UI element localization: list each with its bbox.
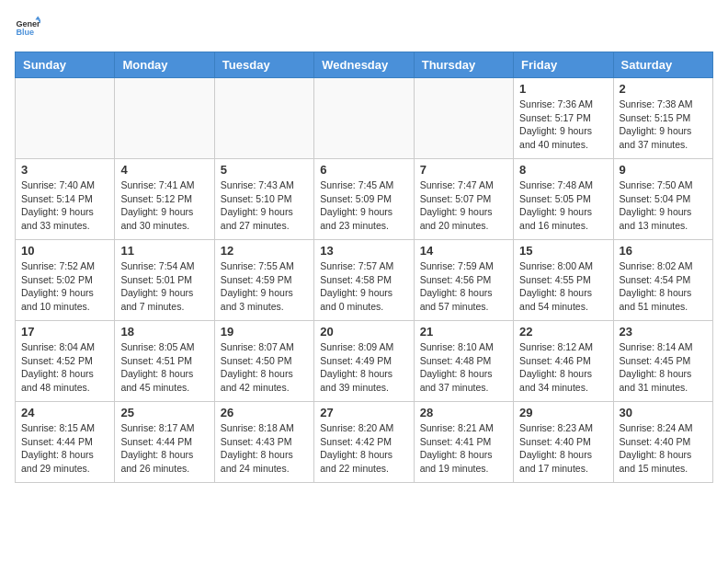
weekday-header-cell: Tuesday: [214, 52, 313, 78]
day-info: Sunrise: 7:54 AM Sunset: 5:01 PM Dayligh…: [120, 259, 208, 314]
day-info: Sunrise: 8:04 AM Sunset: 4:52 PM Dayligh…: [21, 340, 108, 395]
day-number: 26: [221, 406, 308, 419]
calendar-cell: 19Sunrise: 8:07 AM Sunset: 4:50 PM Dayli…: [214, 321, 313, 402]
page-header: General Blue: [15, 15, 713, 40]
calendar-week-row: 10Sunrise: 7:52 AM Sunset: 5:02 PM Dayli…: [16, 240, 713, 321]
svg-text:Blue: Blue: [16, 28, 34, 37]
day-number: 4: [120, 163, 208, 177]
calendar-cell: 30Sunrise: 8:24 AM Sunset: 4:40 PM Dayli…: [613, 402, 712, 483]
day-number: 18: [120, 325, 208, 339]
calendar-cell: 18Sunrise: 8:05 AM Sunset: 4:51 PM Dayli…: [115, 321, 214, 402]
svg-text:General: General: [16, 19, 40, 29]
day-number: 28: [420, 406, 507, 419]
day-number: 11: [120, 244, 208, 258]
calendar-cell: 14Sunrise: 7:59 AM Sunset: 4:56 PM Dayli…: [414, 240, 513, 321]
day-info: Sunrise: 8:05 AM Sunset: 4:51 PM Dayligh…: [120, 340, 208, 395]
calendar-cell: 15Sunrise: 8:00 AM Sunset: 4:55 PM Dayli…: [514, 240, 613, 321]
weekday-header-cell: Sunday: [16, 52, 115, 78]
day-info: Sunrise: 7:38 AM Sunset: 5:15 PM Dayligh…: [620, 98, 707, 152]
day-info: Sunrise: 8:20 AM Sunset: 4:42 PM Dayligh…: [320, 421, 407, 476]
calendar-cell: [16, 78, 115, 159]
day-number: 20: [320, 325, 407, 339]
calendar-cell: 20Sunrise: 8:09 AM Sunset: 4:49 PM Dayli…: [314, 321, 414, 402]
calendar-cell: 2Sunrise: 7:38 AM Sunset: 5:15 PM Daylig…: [613, 78, 712, 159]
weekday-header-cell: Wednesday: [314, 52, 414, 78]
weekday-header-cell: Monday: [115, 52, 214, 78]
day-info: Sunrise: 7:52 AM Sunset: 5:02 PM Dayligh…: [21, 259, 108, 314]
day-number: 5: [221, 163, 308, 177]
calendar-cell: [115, 78, 214, 159]
day-info: Sunrise: 7:40 AM Sunset: 5:14 PM Dayligh…: [21, 178, 108, 233]
logo: General Blue: [15, 15, 40, 40]
day-info: Sunrise: 7:55 AM Sunset: 4:59 PM Dayligh…: [221, 259, 308, 314]
calendar-cell: 16Sunrise: 8:02 AM Sunset: 4:54 PM Dayli…: [613, 240, 712, 321]
calendar-cell: 25Sunrise: 8:17 AM Sunset: 4:44 PM Dayli…: [115, 402, 214, 483]
day-number: 8: [519, 163, 607, 177]
calendar-table: SundayMondayTuesdayWednesdayThursdayFrid…: [15, 52, 713, 483]
day-number: 30: [620, 406, 707, 419]
calendar-cell: 4Sunrise: 7:41 AM Sunset: 5:12 PM Daylig…: [115, 159, 214, 240]
day-info: Sunrise: 8:09 AM Sunset: 4:49 PM Dayligh…: [320, 340, 407, 395]
day-number: 1: [519, 82, 607, 96]
calendar-week-row: 17Sunrise: 8:04 AM Sunset: 4:52 PM Dayli…: [16, 321, 713, 402]
calendar-cell: 13Sunrise: 7:57 AM Sunset: 4:58 PM Dayli…: [314, 240, 414, 321]
day-info: Sunrise: 8:00 AM Sunset: 4:55 PM Dayligh…: [519, 259, 607, 314]
day-info: Sunrise: 8:18 AM Sunset: 4:43 PM Dayligh…: [221, 421, 308, 476]
day-info: Sunrise: 7:43 AM Sunset: 5:10 PM Dayligh…: [221, 178, 308, 233]
calendar-cell: [414, 78, 513, 159]
day-info: Sunrise: 8:17 AM Sunset: 4:44 PM Dayligh…: [120, 421, 208, 476]
day-info: Sunrise: 8:10 AM Sunset: 4:48 PM Dayligh…: [420, 340, 507, 395]
day-number: 3: [21, 163, 108, 177]
day-number: 23: [620, 325, 707, 339]
day-info: Sunrise: 8:15 AM Sunset: 4:44 PM Dayligh…: [21, 421, 108, 476]
calendar-cell: 29Sunrise: 8:23 AM Sunset: 4:40 PM Dayli…: [514, 402, 613, 483]
calendar-week-row: 24Sunrise: 8:15 AM Sunset: 4:44 PM Dayli…: [16, 402, 713, 483]
calendar-cell: 7Sunrise: 7:47 AM Sunset: 5:07 PM Daylig…: [414, 159, 513, 240]
day-info: Sunrise: 8:14 AM Sunset: 4:45 PM Dayligh…: [620, 340, 707, 395]
day-info: Sunrise: 8:12 AM Sunset: 4:46 PM Dayligh…: [519, 340, 607, 395]
day-number: 22: [519, 325, 607, 339]
day-info: Sunrise: 7:45 AM Sunset: 5:09 PM Dayligh…: [320, 178, 407, 233]
day-info: Sunrise: 8:07 AM Sunset: 4:50 PM Dayligh…: [221, 340, 308, 395]
calendar-cell: 27Sunrise: 8:20 AM Sunset: 4:42 PM Dayli…: [314, 402, 414, 483]
day-number: 21: [420, 325, 507, 339]
day-number: 24: [21, 406, 108, 419]
day-number: 29: [519, 406, 607, 419]
day-info: Sunrise: 8:23 AM Sunset: 4:40 PM Dayligh…: [519, 421, 607, 476]
calendar-cell: 5Sunrise: 7:43 AM Sunset: 5:10 PM Daylig…: [214, 159, 313, 240]
calendar-cell: 12Sunrise: 7:55 AM Sunset: 4:59 PM Dayli…: [214, 240, 313, 321]
day-info: Sunrise: 7:57 AM Sunset: 4:58 PM Dayligh…: [320, 259, 407, 314]
calendar-body: 1Sunrise: 7:36 AM Sunset: 5:17 PM Daylig…: [16, 78, 713, 483]
day-number: 25: [120, 406, 208, 419]
day-number: 14: [420, 244, 507, 258]
day-info: Sunrise: 8:21 AM Sunset: 4:41 PM Dayligh…: [420, 421, 507, 476]
svg-marker-2: [35, 16, 40, 19]
weekday-header-cell: Friday: [514, 52, 613, 78]
day-number: 10: [21, 244, 108, 258]
logo-icon: General Blue: [15, 15, 40, 40]
day-number: 9: [620, 163, 707, 177]
day-number: 12: [221, 244, 308, 258]
calendar-cell: 8Sunrise: 7:48 AM Sunset: 5:05 PM Daylig…: [514, 159, 613, 240]
calendar-cell: [314, 78, 414, 159]
day-number: 2: [620, 82, 707, 96]
calendar-cell: 26Sunrise: 8:18 AM Sunset: 4:43 PM Dayli…: [214, 402, 313, 483]
day-info: Sunrise: 7:50 AM Sunset: 5:04 PM Dayligh…: [620, 178, 707, 233]
day-info: Sunrise: 7:41 AM Sunset: 5:12 PM Dayligh…: [120, 178, 208, 233]
day-number: 13: [320, 244, 407, 258]
day-info: Sunrise: 8:02 AM Sunset: 4:54 PM Dayligh…: [620, 259, 707, 314]
day-number: 19: [221, 325, 308, 339]
day-info: Sunrise: 7:47 AM Sunset: 5:07 PM Dayligh…: [420, 178, 507, 233]
calendar-cell: 21Sunrise: 8:10 AM Sunset: 4:48 PM Dayli…: [414, 321, 513, 402]
calendar-cell: 11Sunrise: 7:54 AM Sunset: 5:01 PM Dayli…: [115, 240, 214, 321]
weekday-header-row: SundayMondayTuesdayWednesdayThursdayFrid…: [16, 52, 713, 78]
calendar-cell: 3Sunrise: 7:40 AM Sunset: 5:14 PM Daylig…: [16, 159, 115, 240]
day-info: Sunrise: 7:36 AM Sunset: 5:17 PM Dayligh…: [519, 98, 607, 152]
calendar-cell: 17Sunrise: 8:04 AM Sunset: 4:52 PM Dayli…: [16, 321, 115, 402]
day-number: 17: [21, 325, 108, 339]
day-number: 6: [320, 163, 407, 177]
calendar-cell: 28Sunrise: 8:21 AM Sunset: 4:41 PM Dayli…: [414, 402, 513, 483]
calendar-week-row: 3Sunrise: 7:40 AM Sunset: 5:14 PM Daylig…: [16, 159, 713, 240]
weekday-header-cell: Saturday: [613, 52, 712, 78]
calendar-cell: [214, 78, 313, 159]
